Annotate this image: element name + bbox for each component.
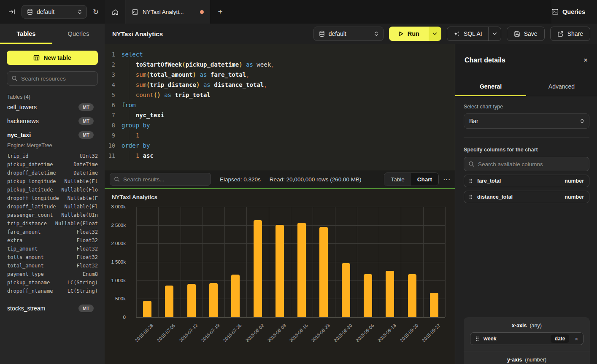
new-table-button[interactable]: New table — [7, 51, 98, 65]
sidebar-item-cell-towers[interactable]: cell_towers MT — [0, 100, 105, 114]
share-button[interactable]: Share — [550, 27, 590, 41]
search-columns-input[interactable] — [464, 157, 589, 171]
refresh-button[interactable]: ↻ — [93, 8, 99, 16]
line-number: 10 — [105, 140, 122, 151]
table-column-row[interactable]: dropoff_datetime DateTime — [0, 169, 105, 177]
run-options-button[interactable] — [429, 27, 441, 41]
table-column-row[interactable]: pickup_latitude Nullable(Flo — [0, 186, 105, 194]
chart-bar-2015-08-02 — [254, 220, 262, 317]
engine-badge: MT — [78, 305, 94, 312]
gridline — [136, 317, 445, 318]
y-axis-section: y-axis (number) trip_total number × DRAG… — [464, 351, 590, 364]
topbar-database-select[interactable]: default — [22, 5, 87, 19]
sidebar-tab-queries[interactable]: Queries — [52, 24, 105, 44]
line-number: 2 — [105, 59, 122, 70]
column-name: tolls_amount — [7, 254, 44, 260]
table-name: nyc_taxi — [7, 132, 31, 138]
table-column-row[interactable]: trip_distance Nullable(Float — [0, 219, 105, 228]
tab-general[interactable]: General — [455, 77, 526, 96]
save-button[interactable]: Save — [507, 27, 545, 41]
table-column-row[interactable]: total_amount Float32 — [0, 262, 105, 270]
new-tab-button[interactable]: + — [210, 0, 230, 24]
app-window: default ↻ NYTaxi Analyti... + Queries — [0, 0, 597, 364]
gridline — [158, 207, 159, 317]
home-icon — [111, 8, 119, 16]
tab-nytaxi-analytics[interactable]: NYTaxi Analyti... — [126, 0, 210, 24]
run-button[interactable]: Run — [389, 27, 429, 41]
column-name: pickup_datetime — [7, 162, 53, 167]
column-name: pickup_ntaname — [7, 280, 50, 286]
search-resources-input[interactable] — [7, 71, 98, 86]
table-column-row[interactable]: tip_amount Float32 — [0, 245, 105, 253]
column-chip-fare-total[interactable]: fare_total number — [464, 175, 589, 187]
chart-view-toggle[interactable]: Chart — [411, 173, 438, 186]
chart-details-header: Chart details × — [455, 44, 597, 77]
x-tick-label: 2015-09-06 — [354, 323, 375, 343]
code-line: 5 count() as trip_total — [105, 90, 455, 100]
table-column-row[interactable]: tolls_amount Float32 — [0, 253, 105, 262]
home-tab[interactable] — [105, 0, 126, 24]
gridline — [379, 207, 379, 317]
chevron-up-down-icon — [580, 118, 585, 124]
gridline — [313, 207, 313, 317]
collapse-sidebar-button[interactable] — [8, 8, 16, 15]
table-column-row[interactable]: pickup_ntaname LC(String) — [0, 278, 105, 287]
save-button-label: Save — [524, 30, 538, 37]
more-options-button[interactable]: ⋯ — [443, 175, 451, 184]
chart-bar-2015-09-06 — [364, 274, 372, 317]
run-database-select[interactable]: default — [313, 27, 384, 41]
gridline — [335, 207, 335, 317]
table-column-row[interactable]: extra Float32 — [0, 236, 105, 245]
sidebar-tab-tables[interactable]: Tables — [0, 24, 52, 44]
columns-search — [464, 157, 589, 171]
column-type: Nullable(Float — [55, 221, 98, 226]
sql-ai-options-button[interactable] — [488, 27, 501, 40]
column-name: distance_total — [477, 194, 560, 200]
sql-ai-button[interactable]: SQL AI — [447, 27, 488, 40]
sql-editor[interactable]: 1select2 toStartOfWeek(pickup_datetime) … — [105, 44, 455, 170]
run-split-button: Run — [389, 27, 441, 41]
table-column-row[interactable]: pickup_datetime DateTime — [0, 160, 105, 169]
column-name: total_amount — [7, 263, 44, 269]
y-tick-label: 3 000k — [111, 204, 126, 209]
axis-config-card: x-axis (any) week date × y-axis (number)… — [464, 317, 590, 364]
table-column-row[interactable]: pickup_longitude Nullable(Fl — [0, 177, 105, 186]
table-column-row[interactable]: dropoff_ntaname LC(String) — [0, 287, 105, 295]
column-type: DateTime — [73, 162, 98, 167]
column-type: Float32 — [76, 229, 98, 235]
view-toggle: Table Chart — [384, 173, 439, 186]
remove-field-icon[interactable]: × — [574, 336, 579, 342]
column-name: trip_id — [7, 153, 29, 159]
column-name: dropoff_ntaname — [7, 288, 53, 294]
sidebar-item-nyc-taxi[interactable]: nyc_taxi MT — [0, 128, 105, 142]
database-icon — [27, 8, 33, 15]
y-tick-label: 2 500k — [111, 223, 126, 228]
sidebar-item-stocks-stream[interactable]: stocks_stream MT — [0, 301, 105, 315]
x-tick-label: 2015-07-05 — [156, 323, 176, 343]
bar-chart-plot: 2015-06-282015-07-052015-07-122015-07-19… — [136, 207, 445, 317]
queries-button[interactable]: Queries — [551, 8, 585, 15]
table-column-row[interactable]: dropoff_latitude Nullable(Fl — [0, 202, 105, 211]
x-tick-label: 2015-07-19 — [200, 323, 220, 343]
table-column-row[interactable]: payment_type Enum8 — [0, 270, 105, 278]
database-icon — [319, 30, 325, 37]
sidebar-item-hackernews[interactable]: hackernews MT — [0, 114, 105, 128]
search-results-input[interactable] — [110, 173, 211, 186]
gridline — [136, 207, 137, 317]
x-axis-field-week[interactable]: week date × — [470, 332, 583, 345]
column-chip-distance-total[interactable]: distance_total number — [464, 191, 589, 203]
code-line: 2 toStartOfWeek(pickup_datetime) as week… — [105, 59, 455, 70]
table-column-row[interactable]: trip_id UInt32 — [0, 152, 105, 160]
console-icon — [132, 9, 138, 15]
line-number: 4 — [105, 80, 122, 90]
close-icon[interactable]: × — [583, 56, 588, 65]
column-type: Float32 — [76, 237, 98, 243]
table-column-row[interactable]: passenger_count Nullable(UIn — [0, 211, 105, 219]
table-column-row[interactable]: dropoff_longitude Nullable(F — [0, 194, 105, 202]
chart-type-select[interactable]: Bar — [464, 113, 589, 129]
table-column-row[interactable]: fare_amount Float32 — [0, 228, 105, 236]
columns-label: Specify columns for the chart — [464, 147, 589, 153]
table-view-toggle[interactable]: Table — [384, 173, 411, 186]
tab-advanced[interactable]: Advanced — [526, 77, 597, 96]
column-name: tip_amount — [7, 246, 38, 252]
